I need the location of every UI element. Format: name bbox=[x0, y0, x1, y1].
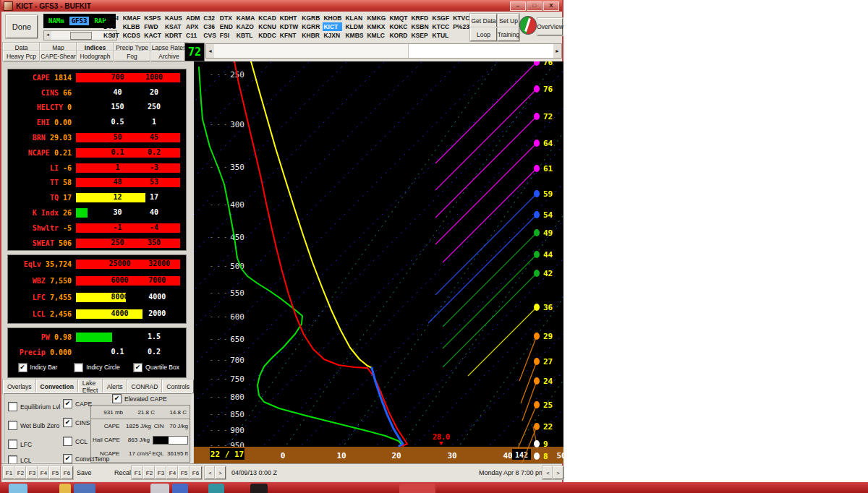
checkbox-icon[interactable]: ✔ bbox=[112, 394, 122, 403]
station-item[interactable]: C36 bbox=[203, 22, 216, 31]
tab-lake-effect[interactable]: Lake Effect bbox=[78, 380, 103, 393]
station-item[interactable]: KDHT bbox=[279, 14, 299, 22]
station-item[interactable]: CVS bbox=[203, 31, 216, 40]
station-item[interactable]: KOKC bbox=[388, 22, 408, 31]
station-item[interactable]: KGRR bbox=[301, 22, 320, 31]
taskbar-icon[interactable] bbox=[150, 484, 169, 493]
station-item[interactable]: DYS bbox=[103, 22, 120, 31]
fkey-f1-button[interactable]: F1 bbox=[132, 466, 144, 479]
check-equilibrium-lvl[interactable]: Equilibrium Lvl bbox=[8, 402, 60, 411]
station-item[interactable]: DTX bbox=[219, 14, 234, 22]
station-item[interactable]: KHOB bbox=[323, 14, 342, 22]
checkbox-icon[interactable] bbox=[8, 421, 17, 430]
station-item[interactable]: KDTW bbox=[279, 22, 299, 31]
tab-convection[interactable]: Convection bbox=[36, 380, 78, 393]
fkey-f6-button[interactable]: F6 bbox=[61, 466, 73, 479]
overview-button[interactable]: OverView bbox=[537, 18, 563, 35]
station-item[interactable]: KJXN bbox=[323, 31, 342, 40]
check-convcttemp[interactable]: ✔ConvctTemp bbox=[63, 454, 109, 463]
checkbox-icon[interactable] bbox=[63, 437, 72, 446]
fkey-f6-button[interactable]: F6 bbox=[190, 466, 202, 479]
scrollbar-thumb[interactable] bbox=[214, 44, 409, 58]
station-item[interactable]: KMQT bbox=[388, 14, 408, 22]
station-item[interactable]: KSAT bbox=[164, 22, 183, 31]
fkey-f2-button[interactable]: F2 bbox=[143, 466, 156, 479]
check-cins[interactable]: ✔CINS bbox=[63, 418, 90, 427]
fkey-f3-button[interactable]: F3 bbox=[155, 466, 167, 479]
training-button[interactable]: Training bbox=[498, 27, 519, 41]
close-button[interactable]: X bbox=[543, 1, 559, 11]
checkbox-icon[interactable]: ✔ bbox=[63, 399, 72, 408]
checkbox-icon[interactable]: ✔ bbox=[18, 363, 27, 372]
taskbar-icon[interactable] bbox=[74, 484, 95, 493]
checkbox-icon[interactable] bbox=[8, 402, 17, 411]
get-data-button[interactable]: Get Data bbox=[470, 14, 497, 27]
fkey-f3-button[interactable]: F3 bbox=[26, 466, 38, 479]
station-item[interactable]: KSJT bbox=[103, 31, 120, 40]
station-item[interactable]: KDDC bbox=[258, 31, 277, 40]
tab-heavy-pcp[interactable]: Heavy Pcp bbox=[3, 51, 40, 61]
station-item[interactable]: KMKX bbox=[366, 22, 386, 31]
station-item[interactable]: KAMA bbox=[236, 14, 256, 22]
station-item[interactable]: KCDS bbox=[122, 31, 142, 40]
fkey-f2-button[interactable]: F2 bbox=[14, 466, 27, 479]
checkbox-icon[interactable]: ✔ bbox=[63, 418, 72, 427]
save-label[interactable]: Save bbox=[77, 469, 92, 476]
station-item[interactable]: KAZO bbox=[236, 22, 256, 31]
scrollbar-thumb[interactable] bbox=[70, 32, 92, 40]
model-item-NAMm[interactable]: NAMm bbox=[46, 17, 67, 25]
station-item[interactable]: END bbox=[219, 22, 234, 31]
station-item[interactable]: KGRB bbox=[301, 14, 320, 22]
taskbar-icon[interactable] bbox=[172, 484, 188, 493]
fkey-f4-button[interactable]: F4 bbox=[38, 466, 50, 479]
maximize-button[interactable]: □ bbox=[527, 1, 542, 11]
station-item[interactable]: APX bbox=[185, 22, 200, 31]
station-item[interactable]: KBTL bbox=[236, 31, 256, 40]
station-item[interactable]: KFNT bbox=[279, 31, 299, 40]
station-item[interactable]: FWD bbox=[143, 22, 162, 31]
loop-button[interactable]: Loop bbox=[470, 27, 497, 41]
scroll-right-icon[interactable]: ► bbox=[553, 44, 561, 58]
time-scrollbar[interactable]: ◄ ► bbox=[205, 43, 562, 59]
station-item[interactable]: KHBR bbox=[301, 31, 320, 40]
station-item[interactable]: KSEP bbox=[410, 31, 429, 40]
fkey-f4-button[interactable]: F4 bbox=[166, 466, 179, 479]
station-item[interactable]: KAUS bbox=[164, 14, 183, 22]
station-item[interactable]: KACT bbox=[143, 31, 162, 40]
check-quartile-box[interactable]: ✔Quartile Box bbox=[127, 363, 186, 372]
tab-hodograph[interactable]: Hodograph bbox=[77, 51, 114, 61]
check-wet-bulb-zero[interactable]: Wet Bulb Zero bbox=[8, 421, 59, 430]
check-cape[interactable]: ✔CAPE bbox=[63, 399, 92, 408]
station-item[interactable]: KDRT bbox=[164, 31, 183, 40]
day-next-button[interactable]: > bbox=[553, 466, 563, 479]
station-item[interactable]: KLBB bbox=[122, 22, 142, 31]
tab-controls[interactable]: Controls bbox=[162, 380, 194, 393]
station-item[interactable]: KMLC bbox=[366, 31, 386, 40]
station-item[interactable]: KTUL bbox=[432, 31, 451, 40]
station-item[interactable]: KMAF bbox=[122, 14, 142, 22]
setup-button[interactable]: Set Up bbox=[498, 14, 519, 27]
tab-fog[interactable]: Fog bbox=[114, 51, 150, 61]
station-item[interactable]: KABI bbox=[103, 14, 120, 22]
taskbar-icon[interactable] bbox=[59, 484, 71, 493]
tab-conrad[interactable]: CONRAD bbox=[127, 380, 163, 393]
station-item[interactable]: KCAD bbox=[258, 14, 277, 22]
taskbar-icon[interactable] bbox=[9, 484, 27, 493]
station-item[interactable]: KMBS bbox=[344, 31, 364, 40]
taskbar-icon[interactable] bbox=[208, 484, 224, 493]
station-item[interactable]: KCNU bbox=[258, 22, 277, 31]
check-elevated-cape[interactable]: ✔Elevated CAPE bbox=[112, 394, 167, 403]
station-item[interactable]: KTCC bbox=[432, 22, 451, 31]
station-item[interactable]: KICT bbox=[323, 22, 342, 31]
tab-cape-shear[interactable]: CAPE-Shear bbox=[40, 51, 77, 61]
check-lfc[interactable]: LFC bbox=[8, 440, 32, 449]
scroll-left-icon[interactable]: ◄ bbox=[206, 44, 214, 58]
station-item[interactable]: KSGF bbox=[432, 14, 451, 22]
station-item[interactable]: KLAN bbox=[344, 14, 364, 22]
tab-alerts[interactable]: Alerts bbox=[103, 380, 127, 393]
checkbox-icon[interactable]: ✔ bbox=[63, 454, 72, 463]
model-item-GFS3[interactable]: GFS3 bbox=[69, 17, 90, 25]
station-item[interactable]: ADM bbox=[185, 14, 200, 22]
station-item[interactable]: KORD bbox=[388, 31, 408, 40]
checkbox-icon[interactable] bbox=[74, 363, 83, 372]
